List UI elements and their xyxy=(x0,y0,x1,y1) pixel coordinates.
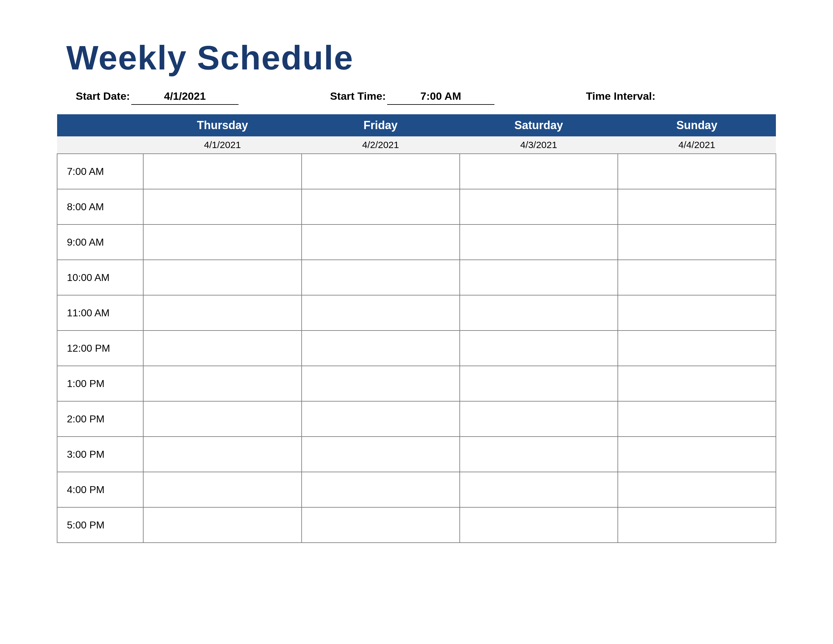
slot-row: 9:00 AM xyxy=(57,224,776,260)
schedule-cell[interactable] xyxy=(143,260,301,295)
schedule-cell[interactable] xyxy=(618,154,776,189)
schedule-cell[interactable] xyxy=(460,436,618,472)
time-label: 9:00 AM xyxy=(57,224,143,260)
schedule-cell[interactable] xyxy=(618,507,776,543)
schedule-cell[interactable] xyxy=(460,260,618,295)
date-header: 4/1/2021 xyxy=(143,136,301,154)
day-header-row: Thursday Friday Saturday Sunday xyxy=(57,114,776,136)
slot-row: 7:00 AM xyxy=(57,154,776,189)
slot-row: 11:00 AM xyxy=(57,295,776,330)
schedule-cell[interactable] xyxy=(143,295,301,330)
slot-row: 10:00 AM xyxy=(57,260,776,295)
schedule-cell[interactable] xyxy=(302,366,460,401)
slot-row: 12:00 PM xyxy=(57,330,776,366)
schedule-cell[interactable] xyxy=(143,189,301,224)
start-date-label: Start Date: xyxy=(76,90,130,102)
start-date-value[interactable]: 4/1/2021 xyxy=(131,90,238,105)
day-header: Saturday xyxy=(460,114,618,136)
schedule-cell[interactable] xyxy=(460,154,618,189)
slot-row: 5:00 PM xyxy=(57,507,776,543)
schedule-cell[interactable] xyxy=(618,401,776,436)
slot-row: 8:00 AM xyxy=(57,189,776,224)
time-label: 10:00 AM xyxy=(57,260,143,295)
schedule-cell[interactable] xyxy=(460,295,618,330)
schedule-table: Thursday Friday Saturday Sunday 4/1/2021… xyxy=(57,114,776,543)
schedule-cell[interactable] xyxy=(302,507,460,543)
schedule-cell[interactable] xyxy=(302,401,460,436)
slot-row: 2:00 PM xyxy=(57,401,776,436)
schedule-cell[interactable] xyxy=(302,295,460,330)
schedule-cell[interactable] xyxy=(143,436,301,472)
schedule-cell[interactable] xyxy=(302,330,460,366)
schedule-cell[interactable] xyxy=(460,507,618,543)
start-time-group: Start Time: 7:00 AM xyxy=(330,90,494,105)
day-header: Friday xyxy=(302,114,460,136)
schedule-cell[interactable] xyxy=(143,507,301,543)
date-header-blank xyxy=(57,136,143,154)
page-title: Weekly Schedule xyxy=(66,38,776,77)
schedule-cell[interactable] xyxy=(618,295,776,330)
time-interval-label: Time Interval: xyxy=(586,90,655,102)
date-header: 4/3/2021 xyxy=(460,136,618,154)
schedule-cell[interactable] xyxy=(618,260,776,295)
schedule-cell[interactable] xyxy=(460,224,618,260)
start-time-label: Start Time: xyxy=(330,90,386,102)
schedule-cell[interactable] xyxy=(618,366,776,401)
time-label: 11:00 AM xyxy=(57,295,143,330)
schedule-cell[interactable] xyxy=(302,472,460,507)
time-label: 1:00 PM xyxy=(57,366,143,401)
time-label: 3:00 PM xyxy=(57,436,143,472)
time-interval-group: Time Interval: xyxy=(586,90,657,102)
schedule-cell[interactable] xyxy=(143,366,301,401)
schedule-cell[interactable] xyxy=(143,472,301,507)
schedule-cell[interactable] xyxy=(618,224,776,260)
time-label: 5:00 PM xyxy=(57,507,143,543)
schedule-cell[interactable] xyxy=(302,224,460,260)
schedule-cell[interactable] xyxy=(143,154,301,189)
schedule-cell[interactable] xyxy=(618,472,776,507)
schedule-cell[interactable] xyxy=(143,330,301,366)
time-label: 12:00 PM xyxy=(57,330,143,366)
slot-row: 1:00 PM xyxy=(57,366,776,401)
schedule-cell[interactable] xyxy=(460,366,618,401)
schedule-cell[interactable] xyxy=(618,436,776,472)
schedule-cell[interactable] xyxy=(143,224,301,260)
start-date-group: Start Date: 4/1/2021 xyxy=(76,90,238,105)
schedule-cell[interactable] xyxy=(302,260,460,295)
day-header: Sunday xyxy=(618,114,776,136)
time-label: 2:00 PM xyxy=(57,401,143,436)
schedule-cell[interactable] xyxy=(460,401,618,436)
schedule-cell[interactable] xyxy=(460,189,618,224)
schedule-cell[interactable] xyxy=(460,330,618,366)
schedule-cell[interactable] xyxy=(302,154,460,189)
schedule-cell[interactable] xyxy=(618,330,776,366)
slot-row: 3:00 PM xyxy=(57,436,776,472)
day-header: Thursday xyxy=(143,114,301,136)
meta-row: Start Date: 4/1/2021 Start Time: 7:00 AM… xyxy=(76,90,776,105)
slot-row: 4:00 PM xyxy=(57,472,776,507)
schedule-cell[interactable] xyxy=(302,189,460,224)
schedule-cell[interactable] xyxy=(143,401,301,436)
date-header: 4/2/2021 xyxy=(302,136,460,154)
schedule-cell[interactable] xyxy=(460,472,618,507)
schedule-cell[interactable] xyxy=(618,189,776,224)
start-time-value[interactable]: 7:00 AM xyxy=(387,90,494,105)
date-header: 4/4/2021 xyxy=(618,136,776,154)
date-header-row: 4/1/2021 4/2/2021 4/3/2021 4/4/2021 xyxy=(57,136,776,154)
time-label: 7:00 AM xyxy=(57,154,143,189)
time-label: 8:00 AM xyxy=(57,189,143,224)
header-blank xyxy=(57,114,143,136)
schedule-cell[interactable] xyxy=(302,436,460,472)
time-label: 4:00 PM xyxy=(57,472,143,507)
